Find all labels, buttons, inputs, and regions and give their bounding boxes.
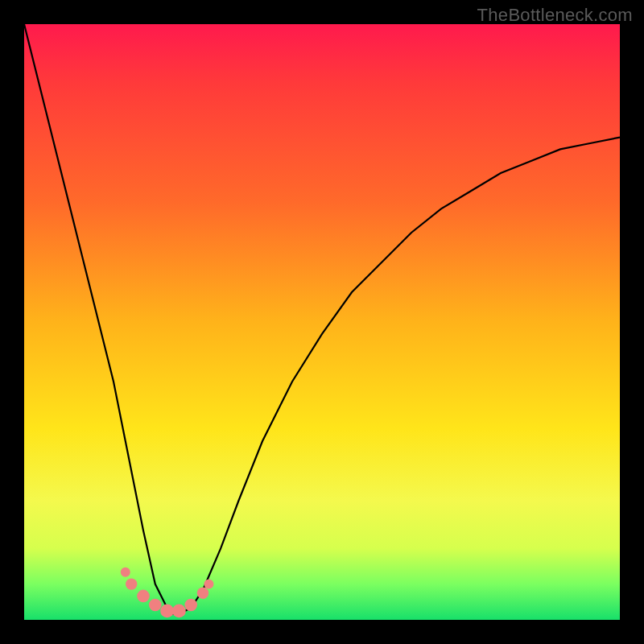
curve-marker — [184, 599, 197, 612]
curve-marker — [126, 578, 137, 589]
curve-marker — [197, 588, 208, 599]
curve-markers — [121, 568, 214, 618]
bottleneck-curve — [24, 24, 620, 614]
curve-marker — [160, 605, 174, 618]
curve-marker — [121, 568, 130, 577]
watermark-text: TheBottleneck.com — [477, 5, 633, 26]
curve-svg — [24, 24, 620, 620]
curve-marker — [149, 599, 162, 612]
curve-marker — [137, 590, 150, 603]
chart-frame: TheBottleneck.com — [0, 0, 644, 644]
plot-area — [24, 24, 620, 620]
curve-marker — [172, 605, 186, 618]
curve-marker — [204, 580, 213, 589]
